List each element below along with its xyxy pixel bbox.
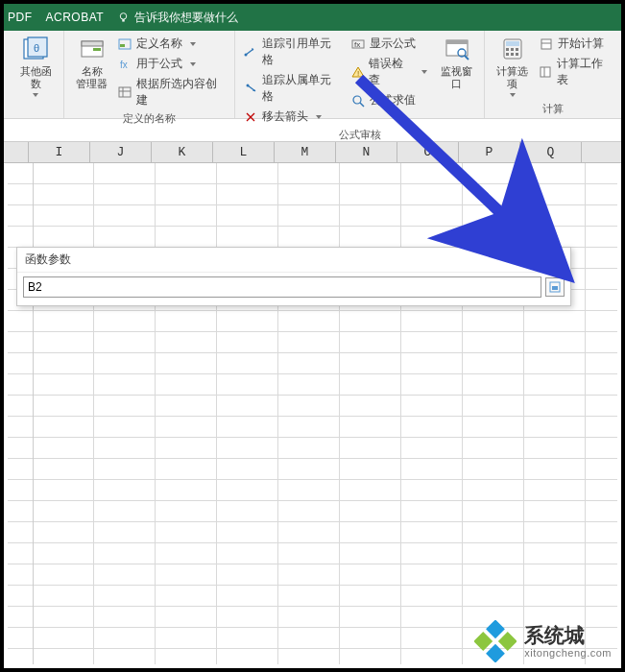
svg-point-14 (244, 54, 247, 57)
svg-rect-31 (516, 48, 518, 51)
group-function-library: θ 其他函数 (4, 31, 64, 118)
col-header[interactable]: K (152, 142, 213, 162)
watermark: 系统城 xitongcheng.com (474, 620, 612, 662)
other-functions-button[interactable]: θ 其他函数 (15, 35, 56, 97)
chevron-down-icon (33, 93, 38, 97)
trace-dependents-label: 追踪从属单元格 (262, 72, 341, 105)
other-functions-icon: θ (21, 35, 50, 63)
svg-rect-9 (120, 44, 125, 47)
trace-dependents-button[interactable]: 追踪从属单元格 (243, 71, 341, 106)
remove-arrows-button[interactable]: 移去箭头 (243, 108, 341, 126)
column-headers: I J K L M N O P Q (4, 142, 621, 163)
svg-rect-6 (82, 41, 103, 46)
select-all-corner[interactable] (4, 142, 29, 162)
define-name-label: 定义名称 (136, 36, 182, 52)
show-formulas-icon: fx (350, 36, 366, 52)
error-checking-icon: ! (350, 64, 366, 80)
svg-rect-45 (498, 632, 517, 651)
tell-me-label: 告诉我你想要做什么 (134, 10, 238, 26)
group-defined-names-title: 定义的名称 (72, 109, 227, 128)
calc-now-button[interactable]: 开始计算 (539, 35, 613, 53)
trace-dependents-icon (243, 81, 258, 96)
svg-rect-1 (122, 19, 124, 21)
function-arguments-dialog: 函数参数 (16, 247, 571, 306)
function-argument-input[interactable] (23, 276, 541, 298)
svg-rect-11 (119, 87, 131, 97)
tell-me-search[interactable]: 告诉我你想要做什么 (117, 10, 238, 26)
evaluate-formula-button[interactable]: 公式求值 (350, 91, 427, 109)
chevron-down-icon (190, 42, 196, 46)
create-from-selection-button[interactable]: 根据所选内容创建 (117, 75, 227, 109)
svg-point-0 (120, 12, 127, 19)
expand-icon (549, 281, 561, 293)
name-manager-label: 名称 管理器 (76, 65, 108, 90)
svg-rect-30 (511, 48, 514, 51)
remove-arrows-icon (243, 109, 258, 125)
col-header[interactable]: N (336, 142, 397, 162)
watch-window-icon (443, 35, 471, 63)
group-title-spacer (15, 103, 56, 118)
svg-text:!: ! (357, 69, 359, 78)
tab-acrobat[interactable]: ACROBAT (46, 11, 105, 24)
define-name-icon (117, 36, 132, 52)
chevron-down-icon (421, 70, 427, 74)
svg-rect-37 (541, 67, 550, 77)
show-formulas-button[interactable]: fx 显示公式 (350, 35, 427, 53)
dialog-titlebar[interactable]: 函数参数 (17, 248, 570, 273)
svg-line-22 (360, 103, 364, 107)
name-manager-icon (78, 35, 107, 63)
col-header[interactable]: I (29, 142, 90, 162)
chevron-down-icon (510, 93, 516, 97)
use-in-formula-label: 用于公式 (136, 56, 182, 72)
expand-reference-button[interactable] (545, 277, 565, 297)
close-icon (546, 254, 558, 266)
watermark-logo-icon (474, 620, 517, 662)
watch-window-button[interactable]: 监视窗口 (437, 35, 476, 90)
col-header[interactable]: O (397, 142, 459, 162)
col-header[interactable]: M (275, 142, 336, 162)
use-in-formula-button[interactable]: fx 用于公式 (117, 55, 227, 73)
dialog-close-button[interactable] (540, 251, 565, 270)
svg-rect-33 (511, 53, 514, 56)
svg-rect-28 (506, 41, 519, 46)
create-from-selection-label: 根据所选内容创建 (136, 76, 227, 108)
evaluate-formula-icon (350, 93, 366, 108)
svg-rect-29 (506, 48, 509, 51)
error-checking-button[interactable]: ! 错误检查 (350, 55, 427, 89)
spreadsheet-grid[interactable] (8, 163, 617, 664)
svg-rect-7 (93, 48, 101, 51)
col-header[interactable]: P (459, 142, 520, 162)
svg-rect-24 (446, 40, 468, 44)
calc-now-label: 开始计算 (558, 36, 604, 52)
svg-rect-32 (506, 53, 509, 56)
svg-rect-46 (474, 632, 493, 651)
svg-text:θ: θ (34, 42, 39, 54)
create-from-selection-icon (117, 84, 132, 100)
title-bar: PDF ACROBAT 告诉我你想要做什么 (4, 4, 621, 31)
calc-sheet-button[interactable]: 计算工作表 (539, 55, 613, 89)
error-checking-label: 错误检查 (369, 56, 414, 88)
svg-rect-34 (516, 53, 518, 56)
ribbon: θ 其他函数 名称 管理器 定义名称 (4, 31, 621, 119)
other-functions-label: 其他函数 (15, 65, 56, 90)
tab-pdf[interactable]: PDF (8, 11, 33, 24)
group-formula-audit: 追踪引用单元格 追踪从属单元格 移去箭头 fx 显示公式 ! (235, 31, 485, 118)
evaluate-formula-label: 公式求值 (370, 92, 416, 108)
svg-rect-47 (486, 644, 505, 662)
svg-text:fx: fx (120, 60, 128, 70)
col-header[interactable]: L (213, 142, 275, 162)
use-in-formula-icon: fx (117, 57, 132, 72)
chevron-down-icon (190, 62, 196, 66)
calc-now-icon (539, 36, 554, 52)
name-manager-button[interactable]: 名称 管理器 (72, 35, 111, 90)
define-name-button[interactable]: 定义名称 (117, 35, 227, 53)
watermark-brand: 系统城 (524, 624, 612, 646)
svg-rect-44 (486, 620, 505, 638)
trace-precedents-button[interactable]: 追踪引用单元格 (243, 35, 341, 69)
col-header[interactable]: J (90, 142, 152, 162)
show-formulas-label: 显示公式 (370, 36, 416, 52)
col-header[interactable]: Q (520, 142, 582, 162)
calc-options-button[interactable]: 计算选项 (493, 35, 532, 97)
watermark-url: xitongcheng.com (524, 647, 612, 659)
calc-sheet-icon (539, 64, 554, 80)
